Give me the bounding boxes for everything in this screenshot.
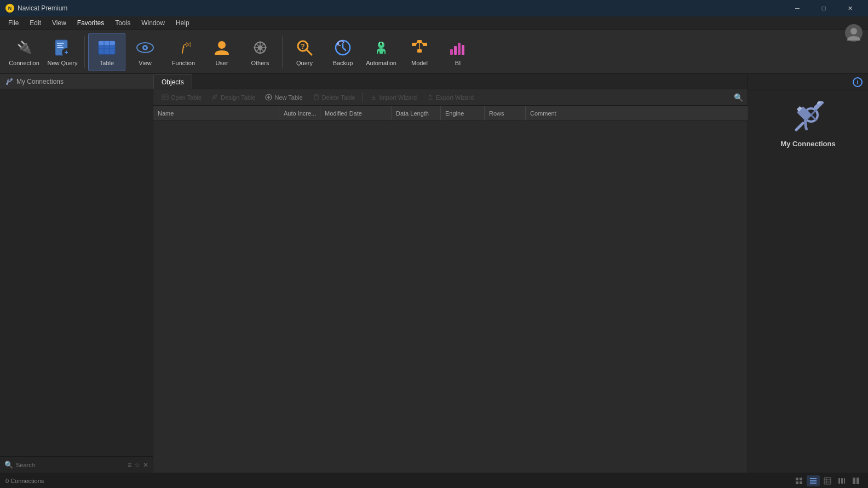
menu-view[interactable]: View	[47, 18, 72, 28]
clear-icon[interactable]: ✕	[143, 461, 148, 469]
toolbar-automation[interactable]: Automation	[363, 33, 400, 71]
new-query-label: New Query	[47, 60, 77, 66]
view-icon	[135, 38, 155, 58]
view-grid-button[interactable]	[792, 475, 806, 486]
design-table-button[interactable]: Design Table	[208, 92, 259, 102]
connection-label: Connection	[9, 60, 39, 66]
list-view-icon	[809, 477, 817, 485]
sidebar-header: My Connections	[0, 74, 153, 89]
toolbar-new-query[interactable]: + New Query	[44, 33, 81, 71]
svg-rect-70	[800, 478, 802, 480]
toolbar-query[interactable]: ? Query	[286, 33, 323, 71]
toolbar-bi[interactable]: BI	[439, 33, 476, 71]
tab-objects[interactable]: Objects	[153, 74, 192, 89]
menu-file[interactable]: File	[3, 18, 24, 28]
others-label: Others	[251, 60, 269, 66]
svg-point-53	[214, 96, 216, 98]
svg-rect-38	[417, 49, 422, 53]
toolbar-separator-2	[282, 36, 283, 68]
filter-icon[interactable]: ≡	[128, 461, 131, 469]
new-table-button[interactable]: New Table	[261, 92, 306, 102]
content-area: Objects Open Table Design Table	[153, 74, 748, 473]
toolbar-function[interactable]: ƒ (x) Function	[165, 33, 202, 71]
grid-view-icon	[795, 477, 803, 485]
content-toolbar: Open Table Design Table New Table	[153, 89, 748, 106]
open-table-button[interactable]: Open Table	[158, 92, 205, 102]
svg-text:?: ?	[301, 43, 304, 50]
content-toolbar-separator	[363, 93, 363, 102]
toolbar-others[interactable]: Others	[242, 33, 279, 71]
menu-favorites[interactable]: Favorites	[72, 18, 110, 28]
close-button[interactable]: ✕	[837, 0, 863, 16]
bi-icon	[448, 38, 468, 58]
backup-label: Backup	[333, 60, 353, 66]
search-input[interactable]	[16, 462, 125, 468]
svg-rect-43	[454, 46, 457, 55]
export-wizard-button[interactable]: Export Wizard	[423, 92, 478, 102]
svg-point-46	[850, 28, 857, 35]
table-body	[153, 121, 748, 473]
col-rows: Rows	[485, 106, 526, 120]
right-panel: i	[748, 74, 868, 473]
model-label: Model	[411, 60, 428, 66]
search-icon: 🔍	[4, 461, 13, 469]
toolbar-backup[interactable]: Backup	[324, 33, 361, 71]
svg-point-48	[10, 78, 13, 81]
view-list-button[interactable]	[807, 475, 820, 486]
automation-icon	[371, 38, 391, 58]
connections-icon	[5, 78, 13, 85]
window-controls: ─ □ ✕	[785, 0, 863, 16]
search-icon-right[interactable]: 🔍	[734, 93, 743, 102]
toolbar-model[interactable]: Model	[401, 33, 438, 71]
minimize-button[interactable]: ─	[785, 0, 810, 16]
svg-point-13	[144, 47, 146, 49]
design-table-icon	[211, 94, 219, 101]
new-query-icon: +	[53, 38, 72, 58]
status-text: 0 Connections	[5, 478, 44, 484]
svg-rect-32	[378, 51, 380, 54]
col-modified-date: Modified Date	[320, 106, 392, 120]
menu-help[interactable]: Help	[170, 18, 195, 28]
view-detail-button[interactable]	[821, 475, 834, 486]
avatar[interactable]	[845, 24, 863, 42]
toolbar-connection[interactable]: 🔌 Connection	[5, 33, 43, 71]
svg-rect-36	[417, 40, 422, 43]
svg-rect-84	[856, 478, 859, 484]
import-wizard-icon	[370, 94, 377, 101]
view-split-button[interactable]	[849, 475, 863, 486]
export-wizard-label: Export Wizard	[436, 94, 474, 101]
favorites-icon[interactable]: ☆	[134, 461, 140, 469]
info-icon[interactable]: i	[853, 77, 863, 87]
svg-rect-3	[57, 47, 64, 48]
delete-table-label: Delete Table	[322, 94, 355, 101]
svg-rect-35	[412, 43, 416, 46]
maximize-button[interactable]: □	[811, 0, 836, 16]
others-icon	[250, 38, 270, 58]
import-wizard-button[interactable]: Import Wizard	[366, 92, 421, 102]
toolbar-view[interactable]: View	[127, 33, 164, 71]
design-table-label: Design Table	[221, 94, 255, 101]
menu-edit[interactable]: Edit	[24, 18, 47, 28]
view-column-button[interactable]	[835, 475, 848, 486]
split-view-icon	[852, 477, 860, 485]
detail-view-icon	[824, 477, 831, 485]
toolbar-user[interactable]: User	[203, 33, 240, 71]
svg-line-40	[422, 42, 423, 44]
tabs: Objects	[153, 74, 748, 89]
right-panel-header: i	[748, 74, 868, 90]
import-wizard-label: Import Wizard	[380, 94, 417, 101]
column-view-icon	[838, 477, 846, 485]
svg-rect-76	[824, 478, 831, 484]
table-label: Table	[100, 60, 114, 66]
delete-table-icon	[313, 94, 320, 101]
menu-window[interactable]: Window	[136, 18, 170, 28]
svg-rect-72	[800, 481, 802, 484]
svg-rect-7	[99, 41, 115, 45]
table-header: Name Auto Incre... Modified Date Data Le…	[153, 106, 748, 121]
delete-table-button[interactable]: Delete Table	[309, 92, 359, 102]
svg-rect-2	[57, 45, 62, 46]
app-icon: N	[5, 4, 14, 13]
toolbar-table[interactable]: Table	[88, 33, 125, 71]
svg-rect-57	[314, 95, 318, 100]
menu-tools[interactable]: Tools	[110, 18, 136, 28]
